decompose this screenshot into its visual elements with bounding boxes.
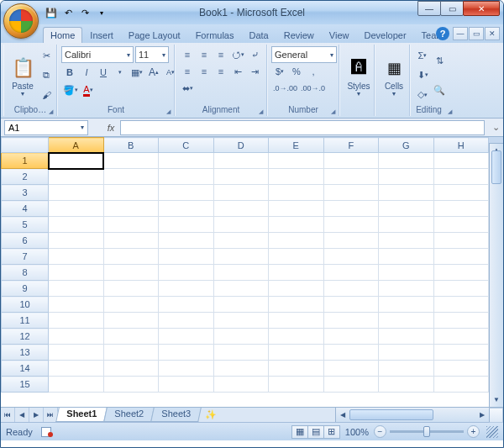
horizontal-scrollbar[interactable]: ◀ ▶	[335, 408, 503, 422]
cell[interactable]	[323, 345, 379, 361]
col-header[interactable]: F	[323, 138, 379, 153]
font-size-combo[interactable]: 11▾	[135, 46, 169, 63]
cell[interactable]	[433, 329, 489, 345]
percent-format[interactable]: %	[288, 63, 305, 80]
cell[interactable]	[49, 313, 104, 329]
cell[interactable]	[269, 313, 324, 329]
underline-dropdown[interactable]: ▾	[112, 64, 129, 81]
undo-icon[interactable]: ↶	[60, 4, 76, 21]
cell[interactable]	[379, 185, 434, 201]
font-name-combo[interactable]: Calibri▾	[61, 46, 134, 63]
cell[interactable]	[379, 345, 434, 361]
row-header[interactable]: 7	[2, 249, 49, 265]
cell[interactable]	[379, 201, 434, 217]
col-header[interactable]: H	[433, 138, 489, 153]
tab-view[interactable]: View	[322, 27, 357, 43]
cell[interactable]	[49, 249, 104, 265]
align-bottom[interactable]: ≡	[213, 46, 229, 63]
cell[interactable]	[323, 249, 379, 265]
formula-bar-expand[interactable]: ⌄	[488, 122, 503, 133]
comma-format[interactable]: ,	[305, 63, 322, 80]
vscroll-thumb[interactable]	[491, 150, 501, 184]
cell[interactable]	[103, 297, 159, 313]
cell[interactable]	[323, 281, 379, 297]
cell[interactable]	[379, 233, 434, 249]
zoom-level[interactable]: 100%	[345, 427, 369, 437]
zoom-in[interactable]: +	[467, 425, 480, 438]
col-header[interactable]: C	[159, 138, 214, 153]
cell[interactable]	[213, 281, 269, 297]
cell[interactable]	[103, 217, 159, 233]
align-top[interactable]: ≡	[179, 46, 196, 63]
cell[interactable]	[49, 345, 104, 361]
qat-customize[interactable]: ▾	[93, 4, 110, 21]
cell[interactable]	[269, 185, 324, 201]
cell[interactable]	[213, 297, 269, 313]
cell[interactable]	[269, 281, 324, 297]
cell[interactable]	[159, 297, 214, 313]
clear-button[interactable]: ◇▾	[414, 87, 431, 103]
scroll-right[interactable]: ▶	[475, 408, 489, 422]
view-page-layout[interactable]: ▤	[307, 425, 324, 439]
align-left[interactable]: ≡	[179, 63, 196, 80]
cell[interactable]	[269, 153, 324, 169]
tab-home[interactable]: Home	[43, 27, 82, 43]
cell[interactable]	[213, 265, 269, 281]
cell[interactable]	[323, 377, 379, 393]
cell[interactable]	[269, 233, 324, 249]
row-header[interactable]: 9	[2, 281, 49, 297]
font-color[interactable]: A▾	[80, 82, 97, 98]
col-header[interactable]: E	[269, 138, 324, 153]
cell[interactable]	[433, 313, 489, 329]
col-header[interactable]: B	[103, 138, 159, 153]
cell[interactable]	[433, 217, 489, 233]
cell[interactable]	[433, 169, 489, 185]
cell[interactable]	[323, 297, 379, 313]
redo-icon[interactable]: ↷	[76, 4, 93, 21]
cell[interactable]	[269, 345, 324, 361]
row-header[interactable]: 1	[2, 153, 49, 169]
row-header[interactable]: 10	[2, 297, 49, 313]
cell[interactable]	[379, 329, 434, 345]
border-button[interactable]: ▦▾	[129, 64, 145, 81]
close-button[interactable]: ✕	[463, 1, 500, 16]
cell[interactable]	[103, 249, 159, 265]
cell[interactable]	[159, 313, 214, 329]
row-header[interactable]: 11	[2, 313, 49, 329]
cell[interactable]	[213, 185, 269, 201]
cell[interactable]	[49, 297, 104, 313]
cell[interactable]	[213, 217, 269, 233]
cell[interactable]	[433, 233, 489, 249]
cell[interactable]	[159, 329, 214, 345]
cell[interactable]	[379, 153, 434, 169]
sheet-tab[interactable]: Sheet2	[103, 408, 154, 422]
mdi-close[interactable]: ✕	[485, 27, 500, 40]
cell[interactable]	[103, 329, 159, 345]
sort-filter[interactable]: ⇅	[431, 52, 448, 69]
tab-formulas[interactable]: Formulas	[188, 27, 242, 43]
cell[interactable]	[159, 201, 214, 217]
tab-nav-first[interactable]: ⏮	[1, 408, 15, 422]
cell[interactable]	[103, 265, 159, 281]
cell[interactable]	[49, 265, 104, 281]
cell[interactable]	[213, 377, 269, 393]
cell[interactable]	[269, 169, 324, 185]
cell[interactable]	[103, 361, 159, 377]
row-header[interactable]: 4	[2, 201, 49, 217]
cell[interactable]	[103, 281, 159, 297]
sheet-tab[interactable]: Sheet1	[55, 408, 108, 422]
cell[interactable]	[323, 185, 379, 201]
bold-button[interactable]: B	[61, 64, 78, 81]
cell[interactable]	[379, 281, 434, 297]
zoom-out[interactable]: −	[374, 425, 386, 438]
cell[interactable]	[213, 361, 269, 377]
col-header[interactable]: A	[49, 138, 104, 153]
wrap-text[interactable]: ⤶	[246, 46, 263, 63]
save-icon[interactable]: 💾	[43, 4, 60, 21]
cell[interactable]	[323, 217, 379, 233]
cell[interactable]	[433, 281, 489, 297]
row-header[interactable]: 3	[2, 185, 49, 201]
decrease-decimal[interactable]: .00→.0	[299, 80, 327, 97]
sheet-tab[interactable]: Sheet3	[150, 408, 201, 422]
cell[interactable]	[103, 345, 159, 361]
